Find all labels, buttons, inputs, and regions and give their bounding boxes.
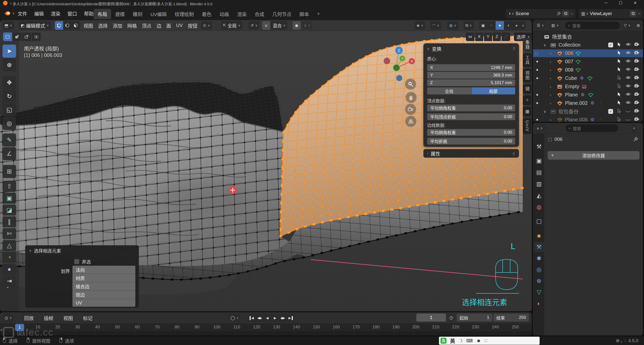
- editor-type-button[interactable]: ⬒∨: [3, 21, 14, 30]
- proportional-edit-button[interactable]: ◉: [293, 21, 301, 30]
- camera-icon[interactable]: [634, 42, 639, 48]
- properties-tab-material[interactable]: ◐: [534, 298, 544, 308]
- outliner-item-name[interactable]: Empty: [565, 84, 579, 89]
- edge-row-1[interactable]: 平均折痕0.00: [427, 138, 515, 145]
- cursor-dim-icon[interactable]: [617, 117, 622, 122]
- next-keyframe-button[interactable]: ◆▶: [279, 314, 287, 322]
- eye-icon[interactable]: [625, 100, 631, 106]
- properties-tab-object[interactable]: ■: [534, 231, 544, 241]
- timeline-menu-回放[interactable]: 回放: [19, 315, 39, 321]
- median-y[interactable]: Y369.3 mm: [427, 72, 515, 79]
- copy-scene-icon[interactable]: ⧉: [562, 11, 569, 17]
- collection-checkbox[interactable]: ✓: [608, 109, 613, 114]
- outliner-search[interactable]: ⌕ 搜索: [565, 22, 620, 29]
- timeline-menu-视图[interactable]: 视图: [58, 315, 78, 321]
- expand-arrow[interactable]: ›: [550, 84, 556, 89]
- outliner-item-name[interactable]: 场景集合: [552, 33, 572, 40]
- outliner-item-name[interactable]: Plane.005: [565, 117, 588, 122]
- copy-view-layer-icon[interactable]: ⧉: [630, 11, 636, 17]
- close-button[interactable]: ✕: [631, 1, 639, 5]
- panel-drag-handle2[interactable]: ⣿: [512, 152, 515, 155]
- properties-type-button[interactable]: ≡∨: [535, 124, 545, 132]
- timeline-ruler[interactable]: 1020304050607080901001101201301401501601…: [0, 323, 532, 331]
- outliner-row-007[interactable]: ›007: [533, 58, 643, 65]
- properties-collapsed-panel[interactable]: › 属性 ⣿: [423, 149, 519, 158]
- cursor-dim-icon[interactable]: [617, 75, 622, 81]
- mesh-overlay-button[interactable]: ⧉∨: [463, 21, 474, 30]
- cursor-dim-icon[interactable]: [617, 108, 622, 115]
- menu-窗口[interactable]: 窗口: [64, 10, 80, 17]
- outliner-row-Empty[interactable]: ›Empty: [533, 83, 643, 90]
- eye-icon[interactable]: [625, 58, 631, 65]
- mode-selector[interactable]: ◩ 编辑模式 ∨: [19, 21, 51, 30]
- play-button[interactable]: ▶: [271, 314, 279, 322]
- tool-bevel[interactable]: ◪: [3, 204, 16, 216]
- deselect-checkbox[interactable]: [74, 259, 79, 264]
- pin-icon[interactable]: [555, 12, 562, 16]
- tool-move[interactable]: ✥: [3, 76, 16, 89]
- viewport-menu-添加[interactable]: 添加: [110, 22, 125, 29]
- mirror-x-button[interactable]: X: [475, 32, 483, 41]
- properties-tab-collection[interactable]: ▢: [534, 216, 544, 226]
- space-global-button[interactable]: 全局: [427, 87, 471, 94]
- properties-tab-object-data[interactable]: ▽: [534, 287, 544, 297]
- expand-arrow[interactable]: ›: [550, 76, 556, 80]
- cursor-icon[interactable]: [617, 42, 622, 48]
- overlays-button[interactable]: ◠∨: [430, 21, 441, 30]
- camera-icon[interactable]: [634, 108, 639, 115]
- sidebar-tab-▦[interactable]: ▦: [523, 107, 531, 117]
- properties-tab-render[interactable]: ▣: [534, 156, 544, 166]
- shading-solid-button[interactable]: ●: [496, 21, 504, 30]
- camera-icon[interactable]: [634, 92, 639, 98]
- properties-tab-output[interactable]: ▤: [534, 167, 544, 177]
- tool-scale[interactable]: ◱: [3, 103, 16, 116]
- expand-arrow[interactable]: ›: [550, 93, 556, 97]
- workspace-tab-着色[interactable]: 着色: [198, 9, 215, 19]
- mirror-y-button[interactable]: Y: [484, 32, 492, 41]
- app-menu-button[interactable]: ∨: [4, 9, 15, 18]
- scene-selector[interactable]: ◑∨ Scene ⧉ ✕: [506, 9, 576, 18]
- ime-lang-label[interactable]: 英: [450, 337, 455, 344]
- menu-编辑[interactable]: 编辑: [31, 10, 47, 17]
- auto-key-button[interactable]: ◯∨: [228, 314, 240, 322]
- workspace-tab-纹理绘制[interactable]: 纹理绘制: [171, 9, 198, 19]
- navigation-gizmo[interactable]: Z Y X: [377, 44, 423, 82]
- maximize-button[interactable]: ☐: [616, 1, 625, 5]
- vertex-row-0[interactable]: 平均倒角权重0.00: [427, 105, 515, 111]
- properties-tab-scene[interactable]: ◭: [534, 190, 544, 200]
- operator-collapse-icon[interactable]: ∨: [29, 249, 31, 252]
- workspace-tab-雕刻[interactable]: 雕刻: [129, 9, 146, 19]
- outliner-filter-button[interactable]: ▽∨: [622, 21, 632, 30]
- properties-tab-modifiers[interactable]: ⚒: [534, 242, 544, 252]
- tool-rotate[interactable]: ↻: [3, 90, 16, 103]
- select-mode-extend-button[interactable]: [13, 32, 22, 41]
- workspace-tab-脚本[interactable]: 脚本: [296, 9, 313, 19]
- snap-toggle-button[interactable]: ∪: [262, 21, 270, 30]
- camera-icon[interactable]: [634, 58, 639, 65]
- frame-start-field[interactable]: 起始 1: [457, 314, 492, 322]
- pan-button[interactable]: [406, 92, 417, 103]
- expand-arrow[interactable]: ∨: [543, 109, 550, 114]
- minimize-button[interactable]: ─: [602, 1, 610, 5]
- snap-target-button[interactable]: ↺∨: [249, 21, 259, 30]
- tool-add-cube[interactable]: ⊞: [3, 165, 16, 178]
- pivot-point-button[interactable]: ◴∨: [201, 21, 212, 30]
- outliner-row-Cube[interactable]: ›Cube⚙: [533, 74, 643, 82]
- outliner-type-button[interactable]: ☰∨: [535, 21, 546, 30]
- workspace-tab-+[interactable]: +: [313, 9, 324, 18]
- gizmo-toggle-button[interactable]: ◈∨: [415, 21, 425, 30]
- sidebar-tab-条目[interactable]: 条目: [523, 38, 531, 52]
- cursor-icon[interactable]: [617, 50, 622, 56]
- jump-to-start-button[interactable]: ▌◀: [248, 314, 255, 322]
- outliner-item-name[interactable]: 007: [565, 59, 573, 64]
- outliner-item-name[interactable]: 软包备份: [558, 108, 579, 115]
- shading-wireframe-button[interactable]: ◌: [487, 23, 496, 28]
- viewport-menu-视图[interactable]: 视图: [81, 22, 96, 29]
- properties-options-button[interactable]: ∨: [631, 124, 637, 132]
- tool-loop-cut[interactable]: ∥: [3, 216, 16, 227]
- toolbar-expand-arrow[interactable]: ⌄: [6, 284, 9, 289]
- viewport-menu-顶点[interactable]: 顶点: [139, 22, 154, 29]
- viewport-menu-边[interactable]: 边: [154, 22, 164, 29]
- outliner-item-name[interactable]: 006: [565, 50, 573, 56]
- space-local-button[interactable]: 局部: [471, 87, 515, 94]
